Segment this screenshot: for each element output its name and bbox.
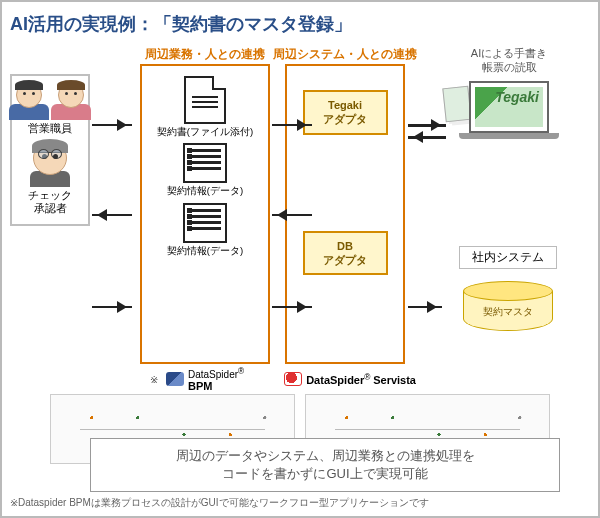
list-icon [183, 203, 227, 243]
arrow-icon [92, 124, 132, 126]
arrow-icon [272, 124, 312, 126]
brand-bpm-name: BPM [188, 380, 212, 392]
db-adapter: DB アダプタ [303, 231, 388, 276]
brand-sv-name: Servista [373, 374, 416, 386]
actor-checker: チェック 承認者 [14, 141, 86, 215]
footnote: ※Dataspider BPMは業務プロセスの設計がGUIで可能なワークフロー型… [10, 496, 429, 510]
diagram-frame: AI活用の実現例：「契約書のマスタ登録」 営業職員 チェック 承認者 [0, 0, 600, 518]
papers-icon [442, 85, 471, 122]
brand-sv-pre: DataSpider [306, 374, 364, 386]
database-label: 契約マスタ [463, 305, 553, 319]
doc-data-2: 契約情報(データ) [148, 203, 262, 256]
arrow-icon [408, 124, 446, 127]
arrow-icon [408, 136, 446, 139]
doc-contract: 契約書(ファイル添付) [148, 76, 262, 137]
servista-logo-icon [284, 372, 302, 386]
arrow-icon [272, 306, 312, 308]
actor-sales: 営業職員 [14, 82, 86, 135]
tegaki-logo: Tegaki [495, 89, 539, 105]
actor-checker-label: チェック 承認者 [14, 189, 86, 215]
column-business-title: 周辺業務・人との連携 [145, 46, 265, 63]
internal-system: 社内システム 契約マスタ [438, 246, 578, 341]
ai-ocr-label: AIによる手書き 帳票の読取 [434, 46, 584, 75]
ai-ocr-box: AIによる手書き 帳票の読取 Tegaki [434, 46, 584, 157]
tegaki-adapter: Tegaki アダプタ [303, 90, 388, 135]
arrow-icon [92, 214, 132, 216]
brand-servista: DataSpider® Servista [284, 372, 416, 386]
bpm-logo-icon [166, 372, 184, 386]
doc2-label: 契約情報(データ) [148, 185, 262, 196]
list-icon [183, 143, 227, 183]
arrow-icon [408, 306, 442, 308]
doc-data-1: 契約情報(データ) [148, 143, 262, 196]
page-title: AI活用の実現例：「契約書のマスタ登録」 [10, 12, 590, 36]
caption-box: 周辺のデータやシステム、周辺業務との連携処理を コードを書かずにGUI上で実現可… [90, 438, 560, 492]
doc3-label: 契約情報(データ) [148, 245, 262, 256]
column-business: 周辺業務・人との連携 契約書(ファイル添付) 契約情報(データ) 契約情報(デー… [140, 64, 270, 364]
brand-row: ※ DataSpider®BPM DataSpider® Servista [150, 366, 416, 392]
diagram-content: 営業職員 チェック 承認者 周辺業務・人との連携 契約書(ファイル添付) 契約情… [10, 46, 590, 496]
note-mark: ※ [150, 374, 158, 385]
laptop-icon: Tegaki [454, 81, 564, 151]
brand-bpm-pre: DataSpider [188, 369, 238, 380]
document-icon [184, 76, 226, 124]
actors-box: 営業職員 チェック 承認者 [10, 74, 90, 226]
column-system-title: 周辺システム・人との連携 [273, 46, 417, 63]
doc1-label: 契約書(ファイル添付) [148, 126, 262, 137]
brand-bpm: ※ DataSpider®BPM [150, 366, 244, 392]
internal-system-title: 社内システム [459, 246, 557, 269]
actor-sales-label: 営業職員 [14, 122, 86, 135]
database-icon: 契約マスタ [463, 281, 553, 335]
arrow-icon [272, 214, 312, 216]
arrow-icon [92, 306, 132, 308]
